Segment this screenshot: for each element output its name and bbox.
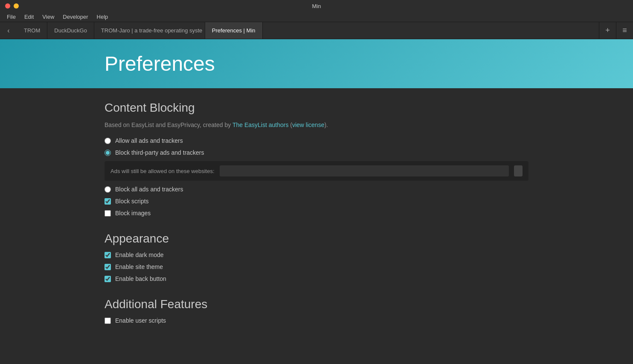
tab-duckduckgo[interactable]: DuckDuckGo — [47, 22, 94, 39]
option-user-scripts: Enable user scripts — [105, 317, 528, 324]
option-site-theme: Enable site theme — [105, 263, 528, 270]
page-header: Preferences — [0, 39, 633, 88]
option-block-third: Block third-party ads and trackers — [105, 149, 528, 156]
new-tab-button[interactable]: + — [599, 22, 616, 39]
checkbox-dark-mode-label: Enable dark mode — [115, 251, 164, 258]
menu-developer[interactable]: Developer — [59, 13, 91, 21]
radio-block-all[interactable] — [105, 186, 111, 193]
radio-block-all-label: Block all ads and trackers — [115, 186, 183, 193]
content-area: Content Blocking Based on EasyList and E… — [0, 88, 633, 364]
content-blocking-desc: Based on EasyList and EasyPrivacy, creat… — [105, 121, 528, 130]
content-blocking-title: Content Blocking — [105, 101, 528, 115]
option-dark-mode: Enable dark mode — [105, 251, 528, 258]
option-back-button: Enable back button — [105, 275, 528, 282]
radio-allow-all[interactable] — [105, 138, 111, 144]
additional-features-title: Additional Features — [105, 298, 528, 311]
option-block-all: Block all ads and trackers — [105, 186, 528, 193]
checkbox-block-images[interactable] — [105, 210, 111, 217]
whitelist-row: Ads will still be allowed on these websi… — [105, 161, 528, 181]
tab-preferences[interactable]: Preferences | Min — [205, 22, 263, 39]
radio-block-third[interactable] — [105, 150, 111, 156]
checkbox-site-theme-label: Enable site theme — [115, 263, 163, 270]
tab-actions: + ≡ — [599, 22, 633, 39]
checkbox-user-scripts-label: Enable user scripts — [115, 317, 166, 324]
checkbox-block-scripts-label: Block scripts — [115, 198, 149, 205]
menu-edit[interactable]: Edit — [21, 13, 37, 21]
checkbox-user-scripts[interactable] — [105, 318, 111, 324]
appearance-section: Appearance Enable dark mode Enable site … — [105, 232, 528, 282]
easylist-authors-link[interactable]: The EasyList authors — [232, 121, 289, 128]
whitelist-label: Ads will still be allowed on these websi… — [110, 168, 215, 174]
checkbox-block-scripts[interactable] — [105, 198, 111, 205]
whitelist-add-button[interactable] — [514, 165, 523, 176]
tabbar: ‹ TROM DuckDuckGo TROM-Jaro | a trade-fr… — [0, 22, 633, 39]
titlebar-controls — [5, 3, 19, 9]
titlebar: Min — [0, 0, 633, 12]
tab-tromjaro[interactable]: TROM-Jaro | a trade-free operating syste — [94, 22, 205, 39]
appearance-title: Appearance — [105, 232, 528, 246]
view-license-link[interactable]: view license — [292, 121, 324, 128]
tab-trom[interactable]: TROM — [17, 22, 47, 39]
checkbox-dark-mode[interactable] — [105, 252, 111, 258]
option-block-images: Block images — [105, 210, 528, 217]
radio-allow-all-label: Allow all ads and trackers — [115, 137, 183, 144]
menu-file[interactable]: File — [3, 13, 19, 21]
close-button[interactable] — [5, 3, 10, 9]
checkbox-site-theme[interactable] — [105, 264, 111, 270]
option-block-scripts: Block scripts — [105, 198, 528, 205]
tab-back-button[interactable]: ‹ — [0, 22, 17, 39]
tab-menu-button[interactable]: ≡ — [616, 22, 633, 39]
app-title: Min — [312, 3, 321, 9]
minimize-button[interactable] — [14, 3, 19, 9]
menubar: File Edit View Developer Help — [0, 12, 633, 22]
checkbox-block-images-label: Block images — [115, 210, 151, 217]
whitelist-input[interactable] — [220, 165, 509, 176]
option-allow-all: Allow all ads and trackers — [105, 137, 528, 144]
additional-features-section: Additional Features Enable user scripts — [105, 298, 528, 324]
radio-block-third-label: Block third-party ads and trackers — [115, 149, 204, 156]
page-title: Preferences — [105, 52, 215, 75]
checkbox-back-button-label: Enable back button — [115, 275, 166, 282]
menu-help[interactable]: Help — [93, 13, 112, 21]
checkbox-back-button[interactable] — [105, 276, 111, 282]
content-blocking-section: Content Blocking Based on EasyList and E… — [105, 101, 528, 217]
menu-view[interactable]: View — [39, 13, 58, 21]
